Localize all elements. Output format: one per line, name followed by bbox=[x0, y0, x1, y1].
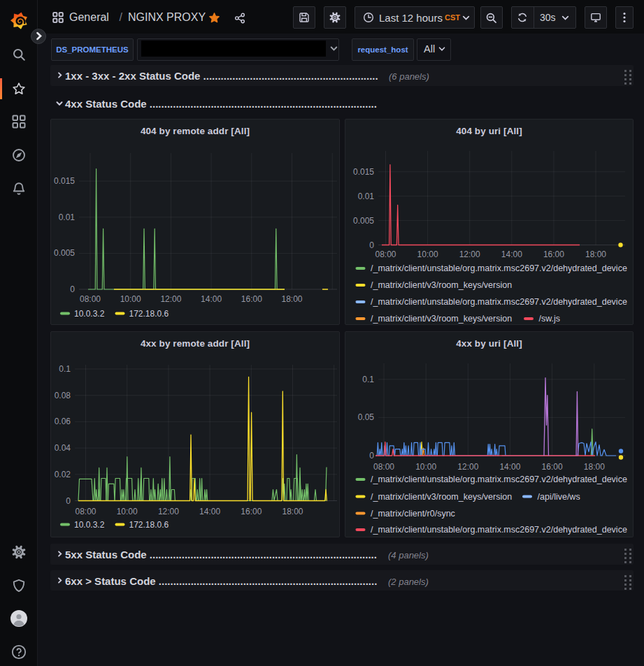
svg-text:08:00: 08:00 bbox=[80, 294, 101, 304]
svg-text:0: 0 bbox=[369, 451, 374, 461]
svg-text:/_matrix/client/unstable/org.m: /_matrix/client/unstable/org.matrix.msc2… bbox=[371, 525, 627, 535]
svg-text:/_matrix/client/v3/room_keys/v: /_matrix/client/v3/room_keys/version bbox=[371, 492, 512, 502]
svg-text:0.005: 0.005 bbox=[353, 216, 374, 226]
svg-text:0.1: 0.1 bbox=[362, 375, 374, 384]
svg-text:12:00: 12:00 bbox=[158, 507, 179, 516]
svg-text:12:00: 12:00 bbox=[160, 294, 181, 304]
svg-text:/_matrix/client/unstable/org.m: /_matrix/client/unstable/org.matrix.msc2… bbox=[371, 475, 627, 484]
svg-text:16:00: 16:00 bbox=[241, 507, 262, 516]
svg-text:172.18.0.6: 172.18.0.6 bbox=[129, 520, 169, 530]
svg-text:10.0.3.2: 10.0.3.2 bbox=[74, 520, 105, 530]
svg-text:0.01: 0.01 bbox=[59, 212, 76, 222]
svg-text:08:00: 08:00 bbox=[375, 249, 396, 259]
svg-text:14:00: 14:00 bbox=[501, 249, 522, 259]
svg-text:0.01: 0.01 bbox=[358, 191, 375, 201]
svg-text:0.015: 0.015 bbox=[353, 167, 374, 177]
svg-text:12:00: 12:00 bbox=[457, 462, 478, 472]
svg-text:18:00: 18:00 bbox=[282, 507, 303, 516]
svg-text:08:00: 08:00 bbox=[373, 462, 394, 472]
svg-text:10:00: 10:00 bbox=[120, 294, 141, 304]
svg-text:0: 0 bbox=[66, 496, 71, 506]
svg-text:/_matrix/client/v3/room_keys/v: /_matrix/client/v3/room_keys/version bbox=[371, 314, 512, 324]
svg-text:10:00: 10:00 bbox=[417, 249, 438, 259]
svg-text:10.0.3.2: 10.0.3.2 bbox=[74, 309, 105, 319]
svg-text:172.18.0.6: 172.18.0.6 bbox=[129, 309, 169, 319]
svg-text:08:00: 08:00 bbox=[75, 507, 96, 516]
svg-text:0: 0 bbox=[369, 240, 374, 250]
svg-text:10:00: 10:00 bbox=[117, 507, 138, 516]
svg-text:/_matrix/client/unstable/org.m: /_matrix/client/unstable/org.matrix.msc2… bbox=[371, 297, 627, 307]
svg-text:0.05: 0.05 bbox=[358, 412, 375, 422]
svg-text:16:00: 16:00 bbox=[542, 462, 563, 472]
svg-text:0.015: 0.015 bbox=[54, 176, 75, 186]
svg-text:14:00: 14:00 bbox=[499, 462, 520, 472]
svg-text:18:00: 18:00 bbox=[281, 294, 302, 304]
svg-text:14:00: 14:00 bbox=[201, 294, 222, 304]
svg-text:0.02: 0.02 bbox=[55, 470, 71, 479]
svg-text:/_matrix/client/v3/room_keys/v: /_matrix/client/v3/room_keys/version bbox=[371, 280, 512, 290]
svg-text:0.005: 0.005 bbox=[54, 248, 75, 258]
svg-text:14:00: 14:00 bbox=[199, 507, 220, 516]
svg-text:0.1: 0.1 bbox=[59, 364, 71, 374]
svg-text:/_matrix/client/r0/sync: /_matrix/client/r0/sync bbox=[371, 509, 455, 519]
svg-text:0.08: 0.08 bbox=[55, 391, 71, 400]
svg-text:/_matrix/client/unstable/org.m: /_matrix/client/unstable/org.matrix.msc2… bbox=[371, 263, 627, 273]
svg-text:16:00: 16:00 bbox=[241, 294, 262, 304]
svg-text:0: 0 bbox=[70, 284, 75, 294]
svg-text:/sw.js: /sw.js bbox=[539, 314, 561, 324]
svg-text:0.06: 0.06 bbox=[55, 417, 71, 426]
svg-text:10:00: 10:00 bbox=[415, 462, 436, 472]
svg-text:18:00: 18:00 bbox=[585, 249, 606, 259]
svg-text:12:00: 12:00 bbox=[459, 249, 480, 259]
svg-text:/api/live/ws: /api/live/ws bbox=[538, 492, 580, 502]
svg-text:18:00: 18:00 bbox=[584, 462, 605, 472]
svg-text:0.04: 0.04 bbox=[55, 443, 71, 453]
svg-text:16:00: 16:00 bbox=[543, 249, 564, 259]
